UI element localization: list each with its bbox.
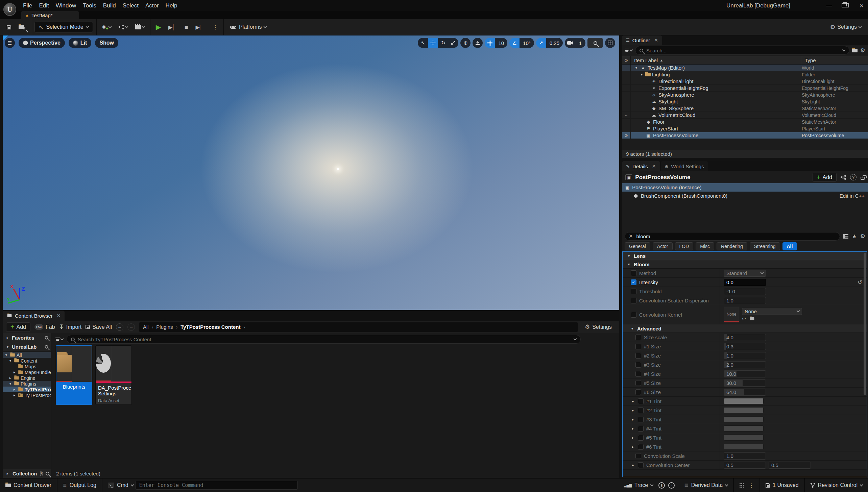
override-checkbox[interactable] <box>638 417 644 422</box>
expander-icon[interactable]: ▸ <box>631 445 635 449</box>
display-mode-icon[interactable] <box>843 234 848 239</box>
content-drawer-button[interactable]: Content Drawer <box>0 478 57 492</box>
unreal-logo-icon[interactable]: U <box>3 3 16 16</box>
eye-icon[interactable]: ⊙ <box>622 132 631 139</box>
breadcrumb-segment[interactable]: Plugins <box>156 324 173 330</box>
lock-icon[interactable] <box>861 177 865 180</box>
override-checkbox[interactable] <box>631 312 636 318</box>
close-icon[interactable]: × <box>858 2 865 10</box>
column-item-label[interactable]: Item Label▲ <box>631 57 802 63</box>
tree-item-tytpostproce[interactable]: ▸TyTPostProce <box>3 387 51 392</box>
property-spinbox[interactable]: 1.0 <box>724 452 766 460</box>
color-swatch[interactable] <box>724 435 764 441</box>
expander-icon[interactable]: ▸ <box>12 387 17 392</box>
eye-icon[interactable] <box>622 85 631 91</box>
grid-snap-icon[interactable] <box>485 38 495 48</box>
tab-testmap[interactable]: ▲ TestMap* <box>21 11 79 19</box>
property-spinbox[interactable]: 30.0 <box>724 379 766 387</box>
add-asset-button[interactable]: +Add <box>6 322 30 332</box>
color-swatch[interactable] <box>724 398 764 404</box>
property-row--3-tint[interactable]: ▸#3 Tint <box>623 415 867 424</box>
fab-button[interactable]: FABFab <box>34 324 55 330</box>
override-checkbox[interactable] <box>631 270 636 276</box>
eye-icon[interactable] <box>622 92 631 98</box>
memory-indicator[interactable]: ⋮ <box>734 478 760 492</box>
expander-icon[interactable]: ▸ <box>631 408 635 413</box>
tree-item-maps[interactable]: Maps <box>3 364 51 369</box>
expander-icon[interactable]: ▾ <box>627 254 631 258</box>
property-row--6-tint[interactable]: ▸#6 Tint <box>623 442 867 451</box>
override-checkbox[interactable] <box>635 353 641 359</box>
filter-tab-misc[interactable]: Misc <box>696 242 714 250</box>
filter-tab-lod[interactable]: LOD <box>675 242 694 250</box>
asset-tile-blueprints[interactable]: Blueprints <box>56 345 92 405</box>
add-component-button[interactable]: +Add <box>813 173 837 182</box>
override-checkbox[interactable] <box>635 362 641 368</box>
outliner-search-input[interactable]: Search... <box>635 46 849 55</box>
component-row-brush[interactable]: BrushComponent (BrushComponent0) Edit in… <box>622 192 868 200</box>
tree-item-tytpostproce[interactable]: ▸TyTPostProce <box>3 392 51 398</box>
override-checkbox[interactable] <box>635 389 641 395</box>
eye-icon[interactable] <box>622 78 631 84</box>
close-icon[interactable]: ✕ <box>57 313 61 318</box>
property-row--4-size[interactable]: #4 Size10.0 <box>623 369 867 378</box>
eject-button[interactable]: ▶⎸ <box>194 24 207 30</box>
tab-outliner[interactable]: ☰ Outliner ✕ <box>622 35 662 45</box>
outliner-row[interactable]: ⌣☁VolumetricCloudVolumetricCloud <box>622 112 868 119</box>
outliner-filter-icon[interactable] <box>625 49 632 52</box>
expander-icon[interactable]: ▸ <box>631 417 635 422</box>
collection-header[interactable]: ▸Collection + <box>3 469 51 478</box>
category-bloom[interactable]: ▾Bloom <box>623 260 867 269</box>
property-dropdown[interactable]: Standard <box>724 270 766 277</box>
property-row--6-size[interactable]: #6 Size64.0 <box>623 388 867 397</box>
expander-icon[interactable]: ▾ <box>8 382 13 386</box>
property-input[interactable]: 0.0 <box>724 279 766 286</box>
eye-closed-icon[interactable]: ⌣ <box>622 112 631 118</box>
expander-icon[interactable]: ▸ <box>631 399 635 403</box>
property-spinbox[interactable]: 10.0 <box>724 370 766 377</box>
blueprints-icon[interactable] <box>117 25 130 29</box>
expander-icon[interactable]: ▸ <box>631 426 635 431</box>
asset-thumbnail[interactable]: None <box>724 307 739 322</box>
rotate-tool-icon[interactable]: ↻ <box>438 38 448 48</box>
search-icon[interactable] <box>45 345 48 348</box>
lit-button[interactable]: Lit <box>69 38 92 48</box>
filter-tab-general[interactable]: General <box>625 242 650 250</box>
tree-item-engine[interactable]: ▸Engine <box>3 375 51 381</box>
grid-snap-value[interactable]: 10 <box>495 38 507 48</box>
expander-icon[interactable]: ▾ <box>634 66 638 70</box>
property-spinbox[interactable]: 64.0 <box>724 389 766 396</box>
perspective-button[interactable]: Perspective <box>19 38 65 48</box>
clear-search-icon[interactable]: ✕ <box>629 233 633 239</box>
property-spinbox[interactable]: 1.0 <box>724 352 766 359</box>
quad-layout-icon[interactable] <box>605 38 615 48</box>
eye-icon[interactable] <box>622 71 631 78</box>
blueprint-edit-icon[interactable] <box>841 175 846 180</box>
trace-dropdown[interactable]: ▂▅▇ Trace <box>619 478 658 492</box>
eye-icon[interactable] <box>622 65 631 71</box>
details-search-input[interactable]: ✕ bloom <box>625 232 840 241</box>
eye-icon[interactable] <box>622 105 631 112</box>
world-coordinate-icon[interactable]: ⊕ <box>460 38 471 48</box>
use-selected-icon[interactable]: ↩ <box>742 316 746 321</box>
color-swatch[interactable] <box>724 407 764 413</box>
expander-icon[interactable]: ▾ <box>640 72 644 77</box>
expander-icon[interactable]: ▾ <box>627 262 631 267</box>
property-row-convolution-scale[interactable]: Convolution Scale1.0 <box>623 451 867 461</box>
scale-snap-icon[interactable]: ↗ <box>536 38 546 48</box>
browse-to-asset-icon[interactable] <box>750 317 754 320</box>
property-row-convolution-scatter-dispersion[interactable]: Convolution Scatter Dispersion1.0 <box>623 296 867 305</box>
override-checkbox[interactable] <box>631 289 636 294</box>
property-row--1-size[interactable]: #1 Size0.3 <box>623 342 867 351</box>
property-spinbox[interactable]: 4.0 <box>724 334 766 341</box>
category-advanced[interactable]: ▾Advanced <box>623 324 867 333</box>
tree-item-content[interactable]: ▾Content <box>3 358 51 364</box>
component-row-root[interactable]: ▣ PostProcessVolume (Instance) <box>622 183 868 192</box>
outliner-row[interactable]: ◆FloorStaticMeshActor <box>622 119 868 125</box>
visibility-column-icon[interactable]: ⊙ <box>622 56 631 64</box>
platforms-button[interactable]: Platforms <box>227 24 269 30</box>
outliner-row[interactable]: ☁SkyLightSkyLight <box>622 98 868 105</box>
search-icon[interactable] <box>46 472 49 475</box>
menu-file[interactable]: File <box>20 0 35 11</box>
content-browser-settings-button[interactable]: ⚙ Settings <box>585 323 616 330</box>
